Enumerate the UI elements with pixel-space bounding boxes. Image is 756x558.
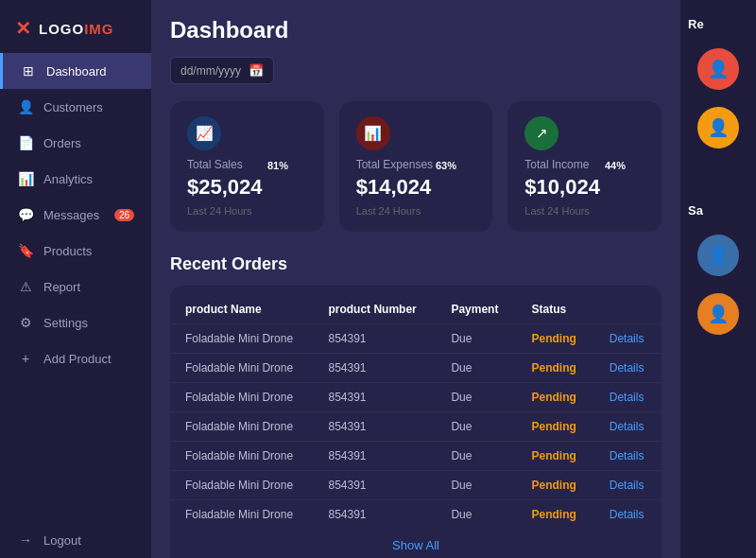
table-row: Foladable Mini Drone 854391 Due Pending …	[170, 471, 662, 500]
orders-icon: 📄	[17, 135, 34, 150]
sidebar-label-analytics: Analytics	[43, 172, 93, 186]
avatar-4: 👤	[697, 293, 739, 335]
badge-messages: 26	[114, 209, 134, 221]
table-row: Foladable Mini Drone 854391 Due Pending …	[170, 412, 662, 442]
orders-table-wrapper: product Nameproduct NumberPaymentStatus …	[170, 286, 662, 558]
payment-cell: Due	[436, 354, 516, 383]
page-title: Dashboard	[170, 17, 662, 44]
sidebar-item-add-product[interactable]: + Add Product	[0, 340, 151, 376]
donut-svg-total-income: 44%	[582, 131, 648, 198]
right-section-1-label: Re	[680, 13, 756, 35]
settings-icon: ⚙	[17, 315, 34, 330]
total-income-icon: ↗	[524, 116, 558, 150]
status-cell: Pending	[516, 500, 593, 530]
logo-text: LOGOIMG	[39, 21, 114, 37]
product-name-cell: Foladable Mini Drone	[170, 471, 313, 500]
dashboard-icon: ⊞	[20, 63, 37, 78]
messages-icon: 💬	[17, 207, 34, 222]
sidebar-item-messages[interactable]: 💬 Messages 26	[0, 197, 151, 233]
payment-cell: Due	[436, 442, 516, 471]
table-row: Foladable Mini Drone 854391 Due Pending …	[170, 354, 662, 383]
logo-area: ✕ LOGOIMG	[0, 0, 151, 53]
sidebar-item-orders[interactable]: 📄 Orders	[0, 125, 151, 161]
product-number-cell: 854391	[313, 324, 436, 354]
product-number-cell: 854391	[313, 442, 436, 471]
sidebar-item-analytics[interactable]: 📊 Analytics	[0, 161, 151, 197]
details-cell[interactable]: Details	[594, 383, 662, 412]
avatar-1: 👤	[697, 48, 739, 90]
details-cell[interactable]: Details	[594, 324, 662, 354]
donut-svg-total-sales: 81%	[245, 131, 311, 198]
status-cell: Pending	[516, 324, 593, 354]
product-name-cell: Foladable Mini Drone	[170, 412, 313, 442]
svg-text:63%: 63%	[436, 160, 456, 171]
product-name-cell: Foladable Mini Drone	[170, 354, 313, 383]
table-row: Foladable Mini Drone 854391 Due Pending …	[170, 324, 662, 354]
product-number-cell: 854391	[313, 383, 436, 412]
sidebar-label-add-product: Add Product	[43, 352, 112, 366]
payment-cell: Due	[436, 412, 516, 442]
nav-menu: ⊞ Dashboard 👤 Customers 📄 Orders 📊 Analy…	[0, 53, 151, 376]
customers-icon: 👤	[17, 99, 34, 114]
details-cell[interactable]: Details	[594, 354, 662, 383]
status-cell: Pending	[516, 471, 593, 500]
product-name-cell: Foladable Mini Drone	[170, 324, 313, 354]
product-name-cell: Foladable Mini Drone	[170, 442, 313, 471]
details-cell[interactable]: Details	[594, 442, 662, 471]
svg-text:44%: 44%	[605, 160, 626, 171]
recent-orders-title: Recent Orders	[170, 254, 662, 274]
product-number-cell: 854391	[313, 354, 436, 383]
avatar-3: 👤	[697, 235, 739, 276]
show-all-button[interactable]: Show All	[170, 529, 662, 558]
report-icon: ⚠	[17, 279, 34, 294]
product-number-cell: 854391	[313, 471, 436, 500]
stat-card-total-sales: 📈 Total Sales $25,024 Last 24 Hours 81%	[170, 101, 324, 232]
orders-table: product Nameproduct NumberPaymentStatus …	[170, 295, 662, 529]
details-cell[interactable]: Details	[594, 412, 662, 442]
main-content: Dashboard dd/mm/yyyy 📅 📈 Total Sales $25…	[151, 0, 680, 558]
date-input[interactable]: dd/mm/yyyy 📅	[170, 57, 274, 84]
sidebar-label-messages: Messages	[43, 208, 99, 222]
table-row: Foladable Mini Drone 854391 Due Pending …	[170, 383, 662, 412]
total-expenses-donut: 63%	[413, 131, 479, 201]
details-cell[interactable]: Details	[594, 500, 662, 530]
sidebar-item-settings[interactable]: ⚙ Settings	[0, 305, 151, 340]
sidebar-item-customers[interactable]: 👤 Customers	[0, 89, 151, 125]
sidebar-item-logout[interactable]: → Logout	[0, 522, 151, 558]
payment-cell: Due	[436, 471, 516, 500]
table-row: Foladable Mini Drone 854391 Due Pending …	[170, 442, 662, 471]
col-payment: Payment	[436, 295, 516, 324]
details-cell[interactable]: Details	[594, 471, 662, 500]
payment-cell: Due	[436, 324, 516, 354]
payment-cell: Due	[436, 383, 516, 412]
sidebar-label-dashboard: Dashboard	[46, 64, 107, 78]
sidebar-item-dashboard[interactable]: ⊞ Dashboard	[0, 53, 151, 89]
product-name-cell: Foladable Mini Drone	[170, 500, 313, 530]
col-product-number: product Number	[313, 295, 436, 324]
total-expenses-footer: Last 24 Hours	[356, 205, 476, 217]
col-	[594, 295, 662, 324]
sidebar-label-settings: Settings	[43, 316, 88, 330]
status-cell: Pending	[516, 442, 593, 471]
status-cell: Pending	[516, 383, 593, 412]
total-sales-icon: 📈	[187, 116, 221, 150]
total-income-donut: 44%	[582, 131, 648, 201]
logo-accent: IMG	[84, 21, 113, 37]
add-product-icon: +	[17, 351, 34, 366]
analytics-icon: 📊	[17, 171, 34, 186]
total-income-footer: Last 24 Hours	[524, 205, 644, 217]
sidebar-label-orders: Orders	[43, 136, 81, 150]
svg-text:81%: 81%	[267, 160, 288, 171]
col-product-name: product Name	[170, 295, 313, 324]
product-number-cell: 854391	[313, 412, 436, 442]
table-row: Foladable Mini Drone 854391 Due Pending …	[170, 500, 662, 530]
sidebar: ✕ LOGOIMG ⊞ Dashboard 👤 Customers 📄 Orde…	[0, 0, 151, 558]
product-number-cell: 854391	[313, 500, 436, 530]
product-name-cell: Foladable Mini Drone	[170, 383, 313, 412]
col-status: Status	[516, 295, 593, 324]
stats-row: 📈 Total Sales $25,024 Last 24 Hours 81% …	[170, 101, 662, 232]
sidebar-item-products[interactable]: 🔖 Products	[0, 233, 151, 269]
sidebar-item-report[interactable]: ⚠ Report	[0, 269, 151, 305]
date-filter[interactable]: dd/mm/yyyy 📅	[170, 57, 662, 84]
stat-card-total-expenses: 📊 Total Expenses $14,024 Last 24 Hours 6…	[339, 101, 493, 232]
